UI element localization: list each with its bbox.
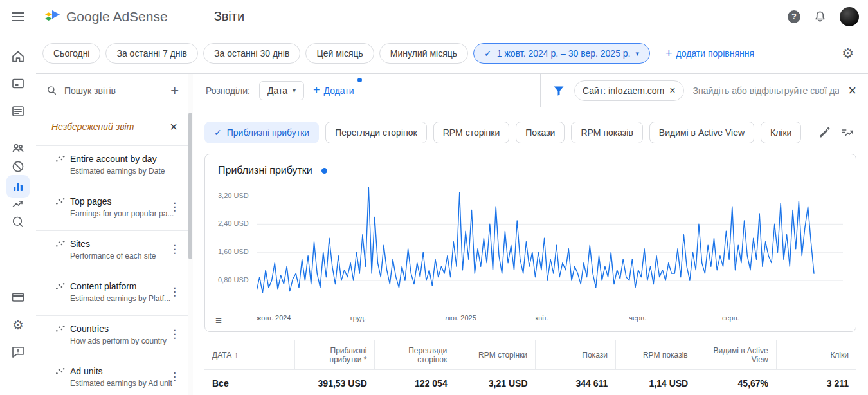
help-icon[interactable]: ? — [788, 10, 800, 23]
cell-clicks: 3 211 — [776, 370, 856, 395]
breakdown-select[interactable]: Дата ▾ — [259, 81, 304, 100]
nav-people-icon[interactable] — [11, 141, 25, 155]
report-item-countries[interactable]: Countries How ads perform by country ⋮ — [36, 316, 188, 358]
report-settings-gear-icon[interactable]: ⚙ — [842, 46, 854, 61]
report-insights-icon — [55, 282, 65, 291]
more-options-icon[interactable]: ⋮ — [169, 370, 180, 383]
plus-icon: + — [665, 47, 673, 60]
panel-scrollbar[interactable] — [188, 74, 193, 395]
column-header-clicks[interactable]: Кліки — [776, 340, 856, 370]
report-insights-icon — [55, 154, 65, 164]
nav-reports-icon[interactable] — [11, 179, 25, 194]
search-icon — [46, 85, 58, 96]
report-item-entire-account[interactable]: Entire account by day Estimated earnings… — [36, 146, 188, 188]
metric-chip-impressions[interactable]: Покази — [516, 122, 565, 143]
nav-ads-icon[interactable] — [11, 77, 25, 91]
app-nav-rail: ⚙ — [0, 33, 36, 395]
preset-this-month[interactable]: Цей місяць — [305, 43, 374, 64]
date-range-toolbar: Сьогодні За останні 7 днів За останні 30… — [36, 33, 868, 74]
metric-chip-active-view[interactable]: Видимі в Active View — [649, 122, 754, 143]
report-search-input[interactable] — [64, 86, 164, 96]
chart-card: Приблизні прибутки 3,20 USD2,40 USD1,60 … — [204, 154, 856, 332]
column-header-active-view[interactable]: Видимі в Active View — [696, 340, 776, 370]
nav-settings-gear-icon[interactable]: ⚙ — [11, 318, 25, 332]
column-header-page-views[interactable]: Перегляди сторінок — [375, 340, 455, 370]
metric-chip-page-views[interactable]: Перегляди сторінок — [325, 122, 426, 143]
cell-estimated-earnings: 391,53 USD — [294, 370, 375, 395]
notifications-bell-icon[interactable] — [813, 10, 827, 24]
add-comparison-button[interactable]: + додати порівняння — [665, 47, 754, 60]
column-header-page-rpm[interactable]: RPM сторінки — [455, 340, 536, 370]
more-options-icon[interactable]: ⋮ — [169, 285, 180, 299]
chevron-down-icon: ▾ — [293, 87, 296, 94]
report-search-row: + — [36, 74, 188, 107]
unsaved-report-row[interactable]: Незбережений звіт × — [36, 107, 188, 146]
scrollbar-thumb[interactable] — [188, 113, 192, 259]
breakdown-label: Розподіли: — [206, 86, 250, 96]
close-icon[interactable]: × — [170, 120, 177, 133]
adsense-logo-icon — [44, 10, 60, 24]
preset-last-30-days[interactable]: За останні 30 днів — [203, 43, 300, 64]
saved-reports-panel: + Незбережений звіт × Entire account by … — [36, 74, 188, 395]
top-bar: Google AdSense Звіти ? — [0, 0, 868, 33]
table-header-row: ДАТА↑ Приблизні прибутки * Перегляди сто… — [204, 340, 856, 370]
filter-search-input[interactable] — [693, 86, 840, 96]
nav-payments-icon[interactable] — [11, 290, 25, 304]
add-breakdown-button[interactable]: + Додати — [313, 84, 354, 97]
plus-icon: + — [313, 84, 320, 97]
column-header-estimated-earnings[interactable]: Приблизні прибутки * — [294, 340, 375, 370]
cell-impression-rpm: 1,14 USD — [615, 370, 696, 395]
cell-impressions: 344 611 — [536, 370, 616, 395]
menu-icon[interactable] — [12, 12, 24, 21]
edit-metrics-pencil-icon[interactable] — [818, 126, 831, 139]
cell-date: Все — [204, 370, 294, 395]
report-item-sites[interactable]: Sites Performance of each site ⋮ — [36, 231, 188, 273]
report-insights-icon — [55, 197, 65, 207]
nav-optimization-icon[interactable] — [11, 197, 25, 211]
preset-last-month[interactable]: Минулий місяць — [379, 43, 468, 64]
adsense-logo: Google AdSense — [44, 9, 168, 24]
active-filter-chip[interactable]: Сайт: infozaem.com × — [574, 80, 684, 101]
preset-today[interactable]: Сьогодні — [42, 43, 100, 64]
series-legend-dot — [321, 168, 327, 174]
account-avatar[interactable] — [840, 7, 859, 26]
metric-chip-impression-rpm[interactable]: RPM показів — [571, 122, 642, 143]
metric-chip-estimated-earnings[interactable]: ✓ Приблизні прибутки — [204, 122, 319, 143]
y-axis-labels: 3,20 USD2,40 USD1,60 USD0,80 USD — [218, 185, 257, 309]
more-options-icon[interactable]: ⋮ — [169, 243, 180, 256]
table-row-total: Все 391,53 USD 122 054 3,21 USD 344 611 … — [204, 370, 856, 395]
metric-chip-clicks[interactable]: Кліки — [761, 122, 801, 143]
report-item-ad-units[interactable]: Ad units Estimated earnings by Ad unit ⋮ — [36, 358, 188, 395]
cell-active-view: 45,67% — [696, 370, 776, 395]
column-header-impression-rpm[interactable]: RPM показів — [615, 340, 696, 370]
report-insights-icon — [55, 324, 65, 334]
toggle-charts-icon[interactable] — [841, 126, 854, 139]
metric-chip-page-rpm[interactable]: RPM сторінки — [433, 122, 510, 143]
sort-ascending-icon: ↑ — [234, 350, 239, 360]
report-item-top-pages[interactable]: Top pages Earnings for your popular pa..… — [36, 188, 188, 231]
nav-home-icon[interactable] — [11, 50, 25, 64]
remove-filter-icon[interactable]: × — [669, 86, 675, 96]
more-options-icon[interactable]: ⋮ — [169, 327, 180, 341]
cell-page-rpm: 3,21 USD — [455, 370, 536, 395]
unsaved-report-label: Незбережений звіт — [51, 122, 170, 132]
nav-policy-center-icon[interactable] — [11, 215, 25, 229]
clear-filters-icon[interactable]: × — [848, 84, 856, 98]
date-range-label: 1 жовт. 2024 р. – 30 вер. 2025 р. — [497, 48, 631, 59]
filter-funnel-icon[interactable] — [552, 84, 565, 97]
nav-feedback-icon[interactable] — [11, 345, 25, 359]
date-range-selector[interactable]: ✓ 1 жовт. 2024 р. – 30 вер. 2025 р. ▾ — [473, 43, 650, 64]
nav-blocking-controls-icon[interactable] — [11, 160, 25, 174]
nav-sites-icon[interactable] — [11, 104, 25, 118]
breakdown-filter-row: Розподіли: Дата ▾ + Додати Сайт: infozae… — [193, 74, 868, 107]
new-report-plus-icon[interactable]: + — [170, 82, 179, 99]
report-table: ДАТА↑ Приблизні прибутки * Перегляди сто… — [204, 340, 856, 395]
column-header-date[interactable]: ДАТА↑ — [204, 340, 294, 370]
earnings-line-chart — [257, 185, 843, 309]
column-header-impressions[interactable]: Покази — [536, 340, 616, 370]
chevron-down-icon: ▾ — [636, 50, 640, 58]
chart-menu-icon[interactable]: ≡ — [215, 315, 222, 326]
preset-last-7-days[interactable]: За останні 7 днів — [105, 43, 198, 64]
report-item-content-platform[interactable]: Content platform Estimated earnings by P… — [36, 273, 188, 316]
more-options-icon[interactable]: ⋮ — [169, 200, 180, 214]
